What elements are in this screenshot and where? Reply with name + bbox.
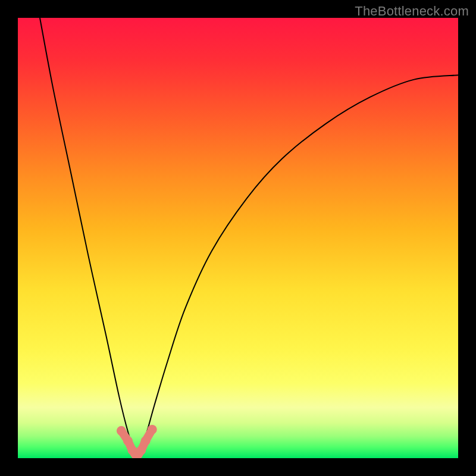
svg-point-1 bbox=[117, 426, 126, 436]
svg-point-5 bbox=[136, 446, 146, 455]
svg-point-6 bbox=[141, 436, 151, 446]
optimum-marker-dots bbox=[117, 425, 157, 458]
plot-area bbox=[18, 18, 458, 458]
chart-container: TheBottleneck.com bbox=[0, 0, 476, 476]
main-curve-path bbox=[40, 18, 458, 458]
watermark-text: TheBottleneck.com bbox=[355, 4, 469, 19]
bottleneck-curve bbox=[18, 18, 458, 458]
svg-point-2 bbox=[123, 436, 133, 446]
svg-point-7 bbox=[148, 425, 157, 434]
